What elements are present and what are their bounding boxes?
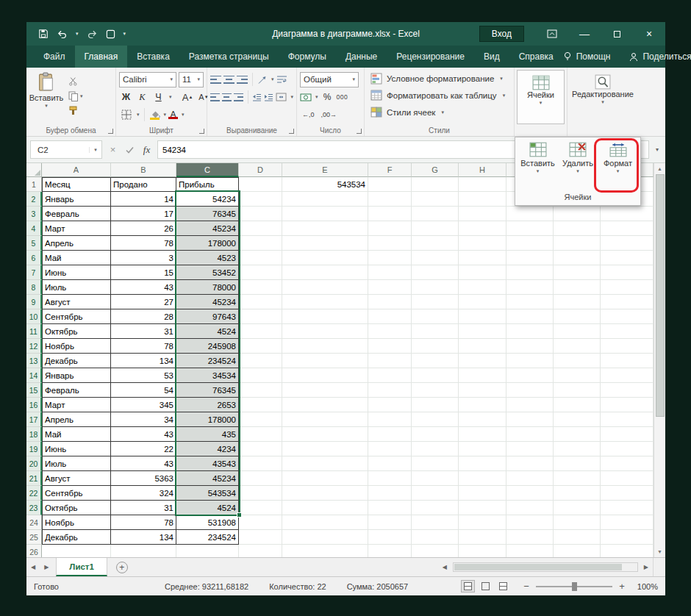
- cell-I26[interactable]: [506, 545, 554, 557]
- formula-bar-expand-icon[interactable]: ▾: [649, 146, 665, 153]
- cell-I16[interactable]: [506, 398, 554, 412]
- cell-C8[interactable]: 78000: [176, 280, 239, 295]
- cell-E5[interactable]: [282, 236, 368, 251]
- cell-C6[interactable]: 4523: [176, 251, 239, 265]
- cell-D6[interactable]: [239, 251, 282, 265]
- cell-D23[interactable]: [239, 501, 282, 515]
- cell-B15[interactable]: 54: [111, 383, 176, 398]
- cell-J20[interactable]: [554, 456, 601, 471]
- row-header-16[interactable]: 16: [26, 398, 42, 412]
- cell-K5[interactable]: [601, 236, 654, 251]
- cell-I11[interactable]: [506, 324, 554, 339]
- cell-J22[interactable]: [554, 486, 601, 501]
- cell-G20[interactable]: [412, 456, 459, 471]
- align-top-icon[interactable]: [210, 76, 221, 84]
- ribbon-display-options-icon[interactable]: [536, 22, 568, 46]
- cell-H22[interactable]: [459, 486, 506, 501]
- accounting-format-icon[interactable]: [300, 93, 312, 101]
- cell-A24[interactable]: Ноябрь: [42, 515, 111, 530]
- cell-C15[interactable]: 76345: [176, 383, 239, 398]
- cell-C16[interactable]: 2653: [176, 398, 239, 412]
- new-sheet-button[interactable]: +: [116, 562, 128, 573]
- cell-K11[interactable]: [601, 324, 654, 339]
- cell-F24[interactable]: [368, 515, 412, 530]
- cell-B25[interactable]: 134: [111, 530, 176, 545]
- cell-E20[interactable]: [282, 456, 368, 471]
- decrease-decimal-button[interactable]: ,00→: [319, 110, 340, 120]
- cell-F14[interactable]: [368, 368, 412, 383]
- cell-C4[interactable]: 45234: [176, 221, 239, 236]
- cell-K6[interactable]: [601, 251, 654, 265]
- editing-button[interactable]: Редактирование ▾: [570, 70, 636, 124]
- cell-G8[interactable]: [412, 280, 459, 295]
- cell-K7[interactable]: [601, 265, 654, 280]
- font-color-icon[interactable]: А: [168, 110, 178, 119]
- cell-H14[interactable]: [459, 368, 506, 383]
- cell-H4[interactable]: [459, 221, 506, 236]
- row-header-25[interactable]: 25: [26, 530, 42, 545]
- cell-H11[interactable]: [459, 324, 506, 339]
- cell-B23[interactable]: 31: [111, 501, 176, 515]
- cell-K18[interactable]: [601, 427, 654, 442]
- paste-button[interactable]: Вставить ▾: [29, 70, 64, 116]
- cell-I23[interactable]: [506, 501, 554, 515]
- cell-G2[interactable]: [412, 192, 459, 207]
- row-header-3[interactable]: 3: [26, 207, 42, 221]
- cell-G10[interactable]: [412, 309, 459, 324]
- cell-F11[interactable]: [368, 324, 412, 339]
- cell-E21[interactable]: [282, 471, 368, 486]
- underline-dropdown-icon[interactable]: ▾: [169, 94, 172, 100]
- cell-I18[interactable]: [506, 427, 554, 442]
- cell-A15[interactable]: Февраль: [42, 383, 111, 398]
- row-header-7[interactable]: 7: [26, 265, 42, 280]
- cell-I14[interactable]: [506, 368, 554, 383]
- insert-cells-button[interactable]: Вставить ▾: [518, 140, 557, 174]
- minimize-button[interactable]: —: [568, 22, 601, 46]
- cell-G13[interactable]: [412, 354, 459, 368]
- cell-F6[interactable]: [368, 251, 412, 265]
- cell-D21[interactable]: [239, 471, 282, 486]
- cell-B19[interactable]: 22: [111, 442, 176, 456]
- cell-D17[interactable]: [239, 412, 282, 427]
- cell-G1[interactable]: [412, 177, 459, 192]
- cell-H13[interactable]: [459, 354, 506, 368]
- sheet-nav-right-icon[interactable]: ▶: [40, 564, 53, 570]
- cell-C9[interactable]: 45234: [176, 295, 239, 309]
- cell-E26[interactable]: [282, 545, 368, 557]
- touch-mode-icon[interactable]: [106, 29, 115, 39]
- redo-icon[interactable]: [87, 29, 98, 38]
- row-header-14[interactable]: 14: [26, 368, 42, 383]
- cell-C12[interactable]: 245908: [176, 339, 239, 354]
- row-header-9[interactable]: 9: [26, 295, 42, 309]
- cell-J4[interactable]: [554, 221, 601, 236]
- cancel-icon[interactable]: ×: [105, 142, 121, 157]
- cell-A9[interactable]: Август: [42, 295, 111, 309]
- cell-A10[interactable]: Сентябрь: [42, 309, 111, 324]
- row-header-22[interactable]: 22: [26, 486, 42, 501]
- column-header-G[interactable]: G: [412, 163, 459, 177]
- cell-H17[interactable]: [459, 412, 506, 427]
- cell-K12[interactable]: [601, 339, 654, 354]
- cell-C2[interactable]: 54234: [176, 192, 239, 207]
- cell-D2[interactable]: [239, 192, 282, 207]
- cell-F22[interactable]: [368, 486, 412, 501]
- fill-color-icon[interactable]: [149, 110, 160, 120]
- cell-C7[interactable]: 53452: [176, 265, 239, 280]
- cell-A20[interactable]: Июль: [42, 456, 111, 471]
- cell-D8[interactable]: [239, 280, 282, 295]
- sheet-nav-left-icon[interactable]: ◀: [26, 564, 40, 570]
- select-all-button[interactable]: [26, 163, 42, 177]
- cell-A19[interactable]: Июнь: [42, 442, 111, 456]
- row-header-5[interactable]: 5: [26, 236, 42, 251]
- cell-I6[interactable]: [506, 251, 554, 265]
- cell-D24[interactable]: [239, 515, 282, 530]
- tab-review[interactable]: Рецензирование: [387, 46, 474, 68]
- cell-H18[interactable]: [459, 427, 506, 442]
- cell-A3[interactable]: Февраль: [42, 207, 111, 221]
- column-header-D[interactable]: D: [239, 163, 282, 177]
- cell-J18[interactable]: [554, 427, 601, 442]
- number-dialog-launcher-icon[interactable]: [357, 129, 362, 134]
- zoom-out-icon[interactable]: −: [522, 581, 531, 592]
- tab-file[interactable]: Файл: [34, 46, 75, 68]
- cell-J14[interactable]: [554, 368, 601, 383]
